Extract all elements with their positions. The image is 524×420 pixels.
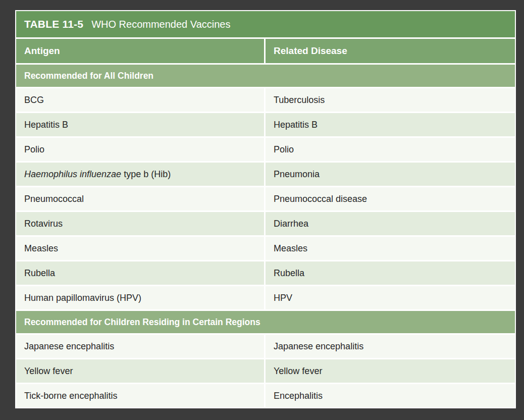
antigen-text: Measles [24, 243, 58, 254]
table-row: BCG Tuberculosis [16, 88, 515, 112]
antigen-text: Pneumococcal [24, 194, 84, 204]
disease-cell: Japanese encephalitis [266, 335, 515, 358]
antigen-cell: BCG [16, 88, 264, 112]
antigen-text: type b (Hib) [121, 169, 171, 180]
disease-cell: Measles [266, 237, 515, 260]
disease-cell: Hepatitis B [266, 113, 515, 136]
antigen-text: Rubella [24, 268, 55, 279]
disease-text: Encephalitis [274, 391, 323, 401]
table-row: Polio Polio [16, 138, 515, 161]
section-header-all-children: Recommended for All Children [16, 65, 515, 87]
antigen-cell: Haemophilus influenzae type b (Hib) [16, 163, 264, 186]
disease-text: Japanese encephalitis [274, 341, 363, 352]
antigen-cell: Pneumococcal [16, 187, 264, 211]
disease-text: HPV [274, 293, 292, 303]
antigen-cell: Rotavirus [16, 212, 264, 235]
antigen-text: Rotavirus [24, 219, 63, 229]
disease-cell: Yellow fever [266, 359, 515, 383]
antigen-italic-text: Haemophilus influenzae [24, 169, 121, 180]
disease-cell: Encephalitis [266, 384, 515, 407]
disease-text: Measles [274, 243, 307, 254]
disease-text: Hepatitis B [274, 120, 318, 130]
column-header-row: Antigen Related Disease [16, 39, 515, 63]
table-row: Rotavirus Diarrhea [16, 212, 515, 235]
antigen-text: BCG [24, 95, 44, 106]
disease-text: Pneumonia [274, 169, 320, 180]
disease-cell: Polio [266, 138, 515, 161]
table-row: Tick-borne encephalitis Encephalitis [16, 384, 515, 407]
disease-cell: Pneumococcal disease [266, 187, 515, 211]
column-header-antigen: Antigen [16, 39, 264, 63]
disease-text: Rubella [274, 268, 304, 279]
table-title-bar: TABLE 11-5 WHO Recommended Vaccines [16, 11, 515, 37]
vaccine-table: TABLE 11-5 WHO Recommended Vaccines Anti… [15, 10, 516, 408]
antigen-text: Japanese encephalitis [24, 341, 114, 352]
disease-text: Pneumococcal disease [274, 194, 367, 204]
disease-text: Tuberculosis [274, 95, 325, 106]
table-row: Measles Measles [16, 237, 515, 260]
table-row: Haemophilus influenzae type b (Hib) Pneu… [16, 163, 515, 186]
disease-cell: HPV [266, 286, 515, 309]
antigen-cell: Hepatitis B [16, 113, 264, 136]
antigen-cell: Yellow fever [16, 359, 264, 383]
table-row: Japanese encephalitis Japanese encephali… [16, 335, 515, 358]
antigen-text: Tick-borne encephalitis [24, 391, 117, 401]
table-row: Rubella Rubella [16, 261, 515, 285]
antigen-cell: Japanese encephalitis [16, 335, 264, 358]
antigen-cell: Human papillomavirus (HPV) [16, 286, 264, 309]
table-row: Yellow fever Yellow fever [16, 359, 515, 383]
table-row: Pneumococcal Pneumococcal disease [16, 187, 515, 211]
table-row: Hepatitis B Hepatitis B [16, 113, 515, 136]
column-header-related-disease: Related Disease [266, 39, 515, 63]
antigen-cell: Rubella [16, 261, 264, 285]
disease-cell: Tuberculosis [266, 88, 515, 112]
antigen-cell: Measles [16, 237, 264, 260]
table-number-label: TABLE 11-5 [24, 18, 83, 30]
disease-cell: Pneumonia [266, 163, 515, 186]
section-header-certain-regions: Recommended for Children Residing in Cer… [16, 311, 515, 333]
table-row: Human papillomavirus (HPV) HPV [16, 286, 515, 309]
table-title-text: WHO Recommended Vaccines [91, 19, 230, 30]
antigen-cell: Tick-borne encephalitis [16, 384, 264, 407]
antigen-text: Yellow fever [24, 366, 73, 377]
disease-text: Polio [274, 144, 294, 155]
disease-cell: Diarrhea [266, 212, 515, 235]
disease-cell: Rubella [266, 261, 515, 285]
antigen-cell: Polio [16, 138, 264, 161]
disease-text: Diarrhea [274, 219, 308, 229]
antigen-text: Polio [24, 144, 44, 155]
antigen-text: Human papillomavirus (HPV) [24, 293, 141, 303]
disease-text: Yellow fever [274, 366, 322, 377]
antigen-text: Hepatitis B [24, 120, 68, 130]
